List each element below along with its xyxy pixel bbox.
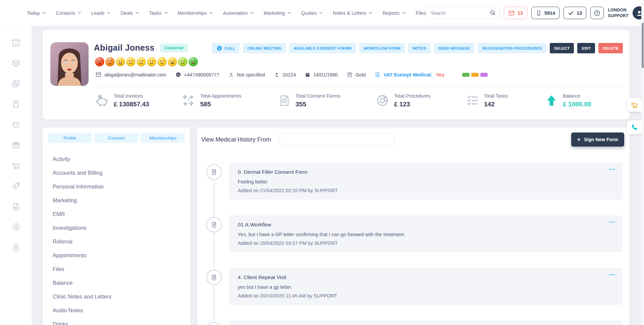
nav-notes-letters[interactable]: Notes & Letters — [333, 10, 372, 16]
messages-badge[interactable]: 13 — [504, 7, 527, 19]
sign-new-form-button[interactable]: + Sign New Form — [571, 132, 624, 147]
phone-float-button[interactable] — [627, 120, 641, 134]
vat-value: Yes — [436, 72, 444, 77]
contact-mail: abigailjones@mailinator.com — [96, 72, 166, 77]
nav-automation[interactable]: Automation — [223, 10, 254, 16]
medical-history-entry: 0. Dermal Filler Consent FormFeeling bet… — [229, 163, 622, 200]
send-message-button[interactable]: SEND MESSAGE — [434, 43, 475, 53]
sidebar-history-icon[interactable] — [11, 120, 20, 129]
sidebar-package-icon[interactable] — [11, 59, 20, 68]
mood-emoji-neutral[interactable] — [126, 57, 136, 66]
profile-nav-clinic-notes-and-letters[interactable]: Clinic Notes and Letters — [43, 290, 190, 304]
entry-options-button[interactable] — [608, 220, 616, 224]
profile-nav-balance[interactable]: Balance — [43, 276, 190, 290]
person-icon — [274, 72, 279, 77]
envelope-icon — [508, 10, 515, 16]
sidebar-gift-icon[interactable] — [11, 141, 20, 150]
available-consent-forms-button[interactable]: AVAILABLE CONSENT FORMS — [289, 43, 356, 53]
edit-button[interactable]: EDIT — [577, 43, 595, 53]
rejuvenation-procedures-button[interactable]: REJUVENATION PROCEDURES — [478, 43, 546, 53]
profile-nav-appointments[interactable]: Appointments — [43, 249, 190, 262]
sidebar-cart-icon[interactable] — [11, 161, 20, 170]
mood-emoji-frown[interactable] — [105, 57, 115, 66]
form-title: 01.A.Workflow — [238, 222, 613, 228]
search-icon[interactable] — [490, 10, 496, 16]
workflow-form-button[interactable]: WORKFLOW FORM — [359, 43, 405, 53]
entry-options-button[interactable] — [608, 273, 616, 277]
consent-forms-timeline: 0. Dermal Filler Consent FormFeeling bet… — [229, 163, 622, 325]
profile-tabs: ProfileCoursesMemberships — [43, 127, 190, 143]
nav-reports[interactable]: Reports — [382, 10, 406, 16]
tag-pill — [462, 73, 470, 77]
consent-doc-icon — [278, 94, 291, 107]
contact-value: 20224 — [282, 72, 296, 77]
nav-label: Reports — [382, 10, 399, 16]
calls-badge[interactable]: 5914 — [531, 7, 559, 19]
cart-float-button[interactable] — [627, 98, 641, 112]
notes-button[interactable]: NOTES — [408, 43, 431, 53]
profile-nav-activity[interactable]: Activity — [43, 152, 190, 166]
piggy-bank-icon — [95, 94, 109, 108]
mood-emoji-neutral[interactable] — [147, 57, 156, 66]
nav-files[interactable]: Files — [416, 10, 426, 16]
mood-emoji-grin[interactable] — [168, 57, 177, 66]
profile-nav-marketing[interactable]: Marketing — [43, 194, 190, 207]
sidebar-account-sync-icon[interactable] — [11, 222, 20, 231]
online-meeting-button[interactable]: ONLINE MEETING — [243, 43, 286, 53]
nav-contacts[interactable]: Contacts — [56, 10, 81, 16]
tab-memberships[interactable]: Memberships — [141, 133, 185, 143]
form-description: Yes, but I have a GP letter confirming t… — [238, 232, 613, 237]
chevron-down-icon — [402, 12, 406, 14]
profile-nav-accounts-and-billing[interactable]: Accounts and Billing — [43, 166, 190, 180]
nav-deals[interactable]: Deals — [120, 10, 139, 16]
call-button[interactable]: CALL — [212, 43, 239, 53]
nav-quotes[interactable]: Quotes — [301, 10, 323, 16]
tab-profile[interactable]: Profile — [48, 133, 92, 143]
person-outline-icon — [228, 72, 234, 77]
profile-nav-personal-information[interactable]: Personal Information — [43, 180, 190, 194]
sidebar-calendar-icon[interactable]: 12 — [11, 38, 20, 47]
delete-button[interactable]: DELETE — [598, 43, 623, 53]
mood-emoji-slight-frown[interactable] — [137, 57, 146, 66]
nav-today[interactable]: Today — [27, 10, 46, 16]
tasks-badge[interactable]: 13 — [564, 7, 586, 19]
profile-nav-drinks[interactable]: Drinks — [43, 317, 190, 325]
profile-nav-files[interactable]: Files — [43, 262, 190, 276]
sidebar-shopping-bag-icon[interactable] — [11, 100, 20, 109]
entry-options-button[interactable] — [608, 167, 616, 171]
top-navigation-bar: TodayContactsLeadsDealsTasksMembershipsA… — [0, 0, 644, 26]
profile-nav-emr[interactable]: EMR — [43, 207, 190, 221]
nav-label: Tasks — [149, 10, 162, 16]
scrollbar-thumb[interactable] — [642, 23, 644, 68]
tab-courses[interactable]: Courses — [95, 133, 139, 143]
select-button[interactable]: SELECT — [550, 43, 574, 53]
nav-leads[interactable]: Leads — [91, 10, 111, 16]
nav-label: Marketing — [264, 10, 285, 16]
nav-marketing[interactable]: Marketing — [264, 10, 291, 16]
stat-label: Total Appointments — [200, 93, 241, 99]
form-added-meta: Added on 20/10/2020 11:45 AM by SUPPORT — [238, 293, 613, 299]
nav-label: Contacts — [56, 10, 75, 16]
chevron-down-icon — [287, 12, 291, 14]
sidebar-price-tag-icon[interactable]: $ — [11, 181, 20, 191]
sidebar-duplicate-icon[interactable] — [11, 79, 20, 88]
sidebar-lock-icon[interactable] — [11, 243, 20, 252]
medical-history-from-input[interactable] — [280, 133, 394, 146]
search-input[interactable] — [431, 10, 490, 16]
nav-tasks[interactable]: Tasks — [149, 10, 168, 16]
profile-nav-investigations[interactable]: Investigations — [43, 221, 190, 235]
calendar-solid-icon — [305, 72, 310, 77]
mood-emoji-sad-open[interactable] — [95, 57, 104, 66]
profile-nav-audio-notes[interactable]: Audio Notes — [43, 304, 190, 317]
calls-count: 5914 — [544, 10, 555, 16]
mood-emoji-smile[interactable] — [157, 57, 167, 66]
chevron-down-icon — [107, 12, 110, 14]
sidebar-report-icon[interactable] — [11, 202, 20, 211]
nav-memberships[interactable]: Memberships — [178, 10, 213, 16]
mood-emoji-smile[interactable] — [178, 57, 187, 66]
profile-nav-referral[interactable]: Referral — [43, 235, 190, 249]
help-button[interactable] — [590, 7, 604, 19]
mood-emoji-grin[interactable] — [189, 57, 198, 66]
mood-emoji-grimace[interactable] — [116, 57, 125, 66]
medical-history-panel: View Medical History From + Sign New For… — [197, 127, 630, 325]
